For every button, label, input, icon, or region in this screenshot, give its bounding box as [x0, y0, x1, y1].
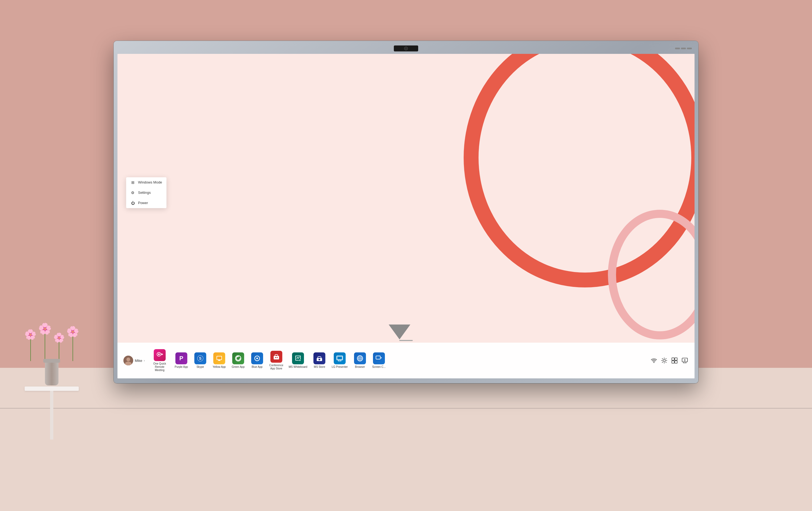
svg-point-13 — [256, 358, 258, 359]
baseboard — [0, 368, 812, 511]
tv-button-3 — [687, 48, 692, 49]
svg-rect-36 — [675, 361, 677, 363]
app-blue[interactable]: Blue App — [248, 343, 267, 378]
app-one-quick-remote-meeting[interactable]: One QuickRemote Meeting — [147, 343, 172, 378]
svg-point-31 — [654, 362, 655, 363]
room: 🌸 🌸 🌸 🌸 — [0, 0, 812, 511]
gear-icon[interactable] — [661, 357, 667, 364]
ms-store-icon — [313, 352, 325, 364]
yellow-app-icon — [213, 352, 225, 364]
lg-presenter-label: LG Presenter — [331, 365, 348, 369]
table-leg — [50, 391, 53, 439]
decorative-triangle — [389, 324, 410, 339]
app-green[interactable]: Green App — [229, 343, 248, 378]
camera-lens — [404, 47, 408, 50]
purple-app-icon: P — [175, 352, 187, 364]
power-label: Power — [138, 201, 148, 205]
screen: ⊞ Windows Mode ⚙ Settings ⏻ Power — [117, 54, 695, 378]
svg-rect-9 — [218, 360, 220, 361]
app-ms-store[interactable]: MS Store — [310, 343, 329, 378]
user-section[interactable]: Mike › — [121, 354, 147, 366]
green-app-icon — [232, 352, 244, 364]
scroll-indicator — [399, 340, 413, 341]
blue-app-icon — [251, 352, 263, 364]
wainscot-line — [0, 408, 812, 409]
app-yellow[interactable]: Yellow App — [210, 343, 229, 378]
layout-icon[interactable] — [671, 357, 678, 364]
browser-label: Browser — [355, 365, 365, 369]
conference-store-icon — [270, 351, 282, 363]
app-screen-cast[interactable]: Screen C... — [370, 343, 388, 378]
svg-point-1 — [126, 358, 130, 361]
svg-point-15 — [275, 357, 276, 358]
windows-mode-icon: ⊞ — [130, 180, 135, 185]
user-name: Mike — [135, 359, 142, 363]
camera-module — [394, 46, 418, 51]
svg-rect-21 — [337, 357, 342, 360]
yellow-app-label: Yellow App — [213, 365, 226, 369]
app-browser[interactable]: Browser — [350, 343, 370, 378]
power-icon: ⏻ — [130, 201, 135, 205]
tv-button-1 — [675, 48, 680, 49]
wifi-icon[interactable] — [651, 357, 657, 364]
menu-item-power[interactable]: ⏻ Power — [126, 198, 167, 208]
one-quick-remote-meeting-icon — [154, 349, 166, 361]
taskbar: Mike › — [117, 343, 695, 378]
svg-point-16 — [277, 357, 278, 358]
one-quick-remote-meeting-label: One QuickRemote Meeting — [150, 362, 169, 372]
system-icons — [647, 357, 691, 364]
app-purple[interactable]: P Purple App — [172, 343, 191, 378]
ms-store-label: MS Store — [314, 365, 325, 369]
app-skype[interactable]: S Skype — [191, 343, 210, 378]
tv-button-2 — [681, 48, 686, 49]
vase-body — [45, 361, 58, 386]
svg-rect-34 — [675, 358, 677, 360]
svg-rect-30 — [376, 356, 380, 359]
flowers: 🌸 🌸 🌸 🌸 — [24, 323, 79, 361]
skype-label: Skype — [197, 365, 204, 369]
conference-store-label: ConferenceApp Store — [269, 364, 283, 370]
green-app-label: Green App — [232, 365, 245, 369]
svg-rect-14 — [273, 356, 279, 360]
app-ms-whiteboard[interactable]: MS Whiteboard — [286, 343, 310, 378]
flower-vase: 🌸 🌸 🌸 🌸 — [24, 323, 79, 386]
settings-icon: ⚙ — [130, 190, 135, 195]
screen-share-icon[interactable] — [682, 357, 688, 364]
blue-app-label: Blue App — [252, 365, 263, 369]
purple-app-label: Purple App — [175, 365, 188, 369]
svg-point-32 — [663, 360, 665, 362]
settings-label: Settings — [138, 191, 151, 195]
svg-rect-33 — [672, 358, 674, 360]
browser-icon — [354, 352, 366, 364]
ms-whiteboard-icon — [292, 352, 304, 364]
tv-monitor: ⊞ Windows Mode ⚙ Settings ⏻ Power — [114, 41, 698, 383]
menu-item-settings[interactable]: ⚙ Settings — [126, 188, 167, 198]
lg-presenter-icon — [334, 352, 346, 364]
ms-whiteboard-label: MS Whiteboard — [289, 365, 308, 369]
svg-rect-19 — [319, 359, 320, 360]
tv-frame: ⊞ Windows Mode ⚙ Settings ⏻ Power — [114, 41, 698, 383]
apps-bar: One QuickRemote Meeting P Purple App — [147, 343, 647, 378]
table-top — [25, 387, 79, 391]
avatar — [123, 356, 133, 365]
svg-rect-35 — [672, 361, 674, 363]
screen-cast-icon — [373, 352, 385, 364]
context-menu: ⊞ Windows Mode ⚙ Settings ⏻ Power — [126, 177, 167, 208]
screen-cast-label: Screen C... — [372, 365, 386, 369]
svg-text:S: S — [199, 356, 201, 361]
menu-item-windows-mode[interactable]: ⊞ Windows Mode — [126, 177, 167, 188]
app-conference-store[interactable]: ConferenceApp Store — [267, 343, 286, 378]
svg-point-4 — [158, 353, 160, 355]
windows-mode-label: Windows Mode — [138, 180, 162, 184]
svg-rect-8 — [217, 357, 222, 360]
svg-marker-5 — [161, 353, 163, 356]
skype-icon: S — [194, 352, 206, 364]
tv-buttons — [675, 48, 692, 49]
user-chevron: › — [144, 359, 145, 362]
app-lg-presenter[interactable]: LG Presenter — [329, 343, 350, 378]
tv-top-bar — [117, 45, 695, 52]
side-table: 🌸 🌸 🌸 🌸 — [24, 323, 79, 439]
